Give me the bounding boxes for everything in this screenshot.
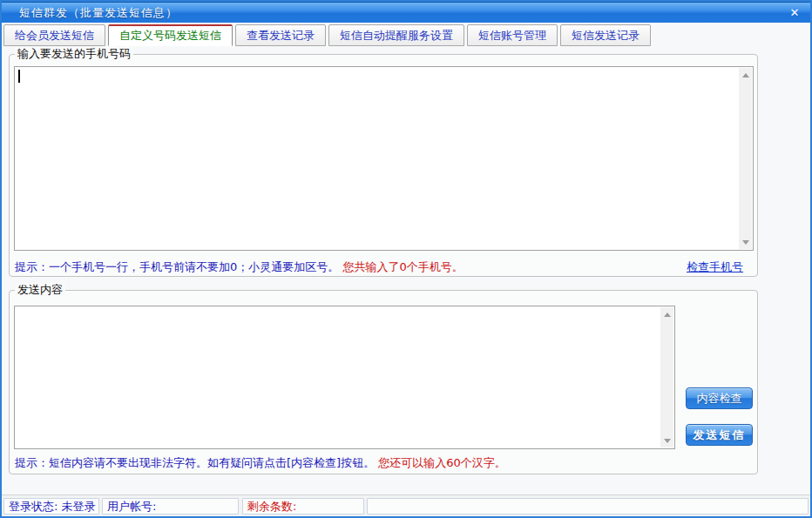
scroll-down-button[interactable] xyxy=(660,434,673,447)
scroll-down-button[interactable] xyxy=(739,235,752,249)
scroll-down-icon xyxy=(664,439,671,443)
phone-numbers-group: 输入要发送的手机号码 提示：一个手机号一行，手机号前请不要加0；小灵通要加区号。… xyxy=(9,54,758,277)
app-window: 短信群发（批量发送短信息） ✕ 给会员发送短信 自定义号码发送短信 查看发送记录… xyxy=(0,0,812,518)
title-bar: 短信群发（批量发送短信息） ✕ xyxy=(2,2,810,23)
tab-bar: 给会员发送短信 自定义号码发送短信 查看发送记录 短信自动提醒服务设置 短信账号… xyxy=(3,24,653,47)
tab-sms-account-management[interactable]: 短信账号管理 xyxy=(467,24,558,46)
tab-label: 短信发送记录 xyxy=(572,28,639,44)
login-status-panel: 登录状态: 未登录 xyxy=(3,498,99,515)
scroll-down-icon xyxy=(742,240,749,245)
tab-custom-numbers[interactable]: 自定义号码发送短信 xyxy=(108,24,233,46)
phone-hint-row: 提示：一个手机号一行，手机号前请不要加0；小灵通要加区号。 您共输入了0个手机号… xyxy=(15,259,464,275)
text-caret xyxy=(18,70,20,83)
tab-label: 查看发送记录 xyxy=(247,28,315,44)
tab-label: 给会员发送短信 xyxy=(15,28,94,44)
phone-input-scrollbar[interactable] xyxy=(739,68,752,249)
content-check-button[interactable]: 内容检查 xyxy=(686,387,753,409)
phone-numbers-input[interactable] xyxy=(14,66,754,251)
phone-hint-text: 提示：一个手机号一行，手机号前请不要加0；小灵通要加区号。 xyxy=(15,260,339,273)
tab-send-to-members[interactable]: 给会员发送短信 xyxy=(3,24,105,46)
status-extra-panel xyxy=(367,498,809,515)
message-content-legend: 发送内容 xyxy=(15,283,65,297)
scroll-up-button[interactable] xyxy=(660,307,673,321)
message-content-group: 发送内容 内容检查 发送短信 提示：短信内容请不要出现非法字符。如有疑问请点击[… xyxy=(9,290,758,474)
tab-auto-reminder-settings[interactable]: 短信自动提醒服务设置 xyxy=(328,24,464,46)
status-bar: 登录状态: 未登录 用户帐号: 剩余条数: xyxy=(2,494,810,516)
message-content-input[interactable] xyxy=(14,306,675,449)
scroll-up-icon xyxy=(664,313,671,317)
phone-numbers-legend: 输入要发送的手机号码 xyxy=(15,47,133,61)
scroll-up-button[interactable] xyxy=(739,68,752,82)
phone-count-text: 您共输入了0个手机号。 xyxy=(342,260,463,273)
content-input-scrollbar[interactable] xyxy=(660,307,673,447)
scroll-up-icon xyxy=(742,73,749,77)
check-phone-numbers-link[interactable]: 检查手机号 xyxy=(687,259,743,275)
window-title: 短信群发（批量发送短信息） xyxy=(2,5,178,21)
close-icon: ✕ xyxy=(790,6,800,19)
content-hint-row: 提示：短信内容请不要出现非法字符。如有疑问请点击[内容检查]按钮。 您还可以输入… xyxy=(15,455,506,471)
tab-label: 自定义号码发送短信 xyxy=(119,28,221,44)
chars-remaining-text: 您还可以输入60个汉字。 xyxy=(378,456,506,469)
tab-label: 短信自动提醒服务设置 xyxy=(340,28,453,44)
tab-label: 短信账号管理 xyxy=(478,28,546,44)
tab-view-send-records[interactable]: 查看发送记录 xyxy=(235,24,326,46)
user-account-panel: 用户帐号: xyxy=(102,498,239,515)
tab-sms-send-log[interactable]: 短信发送记录 xyxy=(560,24,651,46)
remaining-count-panel: 剩余条数: xyxy=(242,498,364,515)
content-hint-text: 提示：短信内容请不要出现非法字符。如有疑问请点击[内容检查]按钮。 xyxy=(15,456,375,469)
send-sms-button[interactable]: 发送短信 xyxy=(686,424,753,446)
close-button[interactable]: ✕ xyxy=(786,4,803,21)
